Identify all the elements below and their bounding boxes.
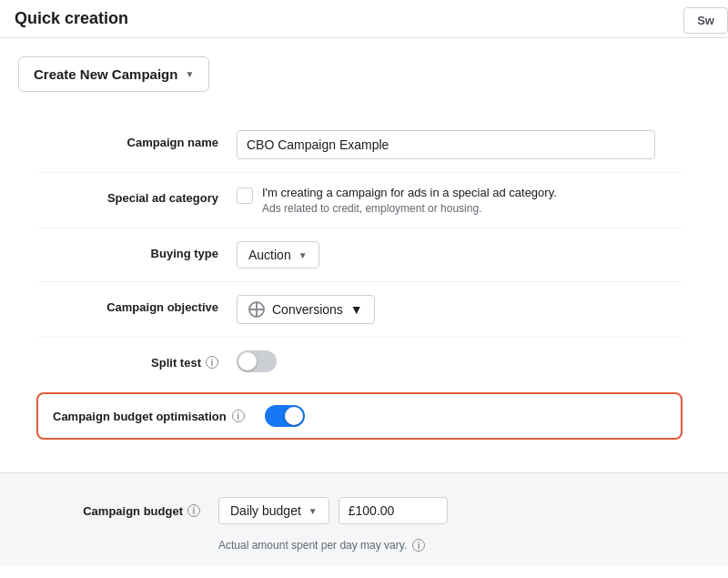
- create-campaign-arrow: ▼: [185, 69, 194, 79]
- campaign-budget-row: Campaign budget i Daily budget ▼: [18, 488, 710, 533]
- special-ad-checkbox[interactable]: [237, 188, 253, 204]
- campaign-objective-row: Campaign objective Conversions ▼: [36, 282, 682, 338]
- cbo-info-icon[interactable]: i: [232, 410, 245, 422]
- page-title: Quick creation: [15, 9, 128, 28]
- globe-icon: [248, 301, 265, 318]
- split-test-toggle-container: [237, 350, 277, 372]
- split-test-row: Split test i: [36, 338, 682, 385]
- buying-type-value: Auction: [248, 248, 291, 262]
- budget-type-dropdown[interactable]: Daily budget ▼: [218, 497, 329, 524]
- split-test-toggle[interactable]: [237, 350, 277, 372]
- campaign-objective-value: Conversions: [272, 302, 343, 317]
- campaign-name-row: Campaign name: [36, 117, 682, 173]
- budget-note-info-icon[interactable]: i: [412, 539, 425, 552]
- split-test-label: Split test i: [36, 350, 237, 370]
- campaign-name-control: [237, 130, 682, 159]
- budget-note-row: Actual amount spent per day may vary. i: [18, 533, 710, 552]
- split-test-info-icon[interactable]: i: [206, 356, 218, 369]
- budget-section: Campaign budget i Daily budget ▼ Actual …: [0, 472, 728, 566]
- campaign-objective-dropdown[interactable]: Conversions ▼: [237, 295, 375, 324]
- buying-type-arrow: ▼: [298, 250, 308, 260]
- header-bar: Quick creation Sw: [0, 0, 728, 38]
- special-ad-category-row: Special ad category I'm creating a campa…: [36, 173, 682, 228]
- form-section: Campaign name Special ad category I'm cr…: [18, 117, 701, 385]
- create-campaign-label: Create New Campaign: [34, 66, 177, 82]
- cbo-toggle[interactable]: [265, 405, 305, 427]
- switch-button[interactable]: Sw: [683, 7, 728, 34]
- split-test-thumb: [238, 352, 257, 370]
- cbo-label: Campaign budget optimisation i: [53, 410, 245, 423]
- split-test-control: [237, 350, 682, 372]
- cbo-toggle-container: [265, 405, 305, 427]
- buying-type-label: Buying type: [36, 241, 237, 260]
- campaign-objective-arrow: ▼: [350, 302, 363, 317]
- budget-type-arrow: ▼: [308, 506, 318, 516]
- special-ad-category-label: Special ad category: [36, 186, 237, 205]
- budget-controls: Daily budget ▼: [218, 497, 448, 524]
- budget-note-text: Actual amount spent per day may vary.: [218, 539, 407, 552]
- buying-type-control: Auction ▼: [237, 241, 682, 269]
- campaign-budget-label: Campaign budget i: [18, 504, 218, 518]
- campaign-name-input[interactable]: [237, 130, 655, 159]
- campaign-objective-label: Campaign objective: [36, 295, 237, 314]
- campaign-budget-info-icon[interactable]: i: [187, 504, 200, 517]
- create-campaign-button[interactable]: Create New Campaign ▼: [18, 56, 209, 92]
- special-ad-sub-text: Ads related to credit, employment or hou…: [262, 202, 557, 215]
- cbo-thumb: [285, 407, 303, 425]
- special-ad-checkbox-row: I'm creating a campaign for ads in a spe…: [237, 186, 557, 215]
- special-ad-main-text: I'm creating a campaign for ads in a spe…: [262, 186, 557, 199]
- budget-amount-input[interactable]: [339, 497, 448, 524]
- campaign-objective-control: Conversions ▼: [237, 295, 682, 324]
- campaign-name-label: Campaign name: [36, 130, 237, 149]
- special-ad-text: I'm creating a campaign for ads in a spe…: [262, 186, 557, 215]
- main-content: Create New Campaign ▼ Campaign name Spec…: [0, 38, 728, 472]
- cbo-label-text: Campaign budget optimisation: [53, 410, 227, 423]
- buying-type-row: Buying type Auction ▼: [36, 228, 682, 282]
- buying-type-dropdown[interactable]: Auction ▼: [237, 241, 319, 269]
- page-wrapper: Quick creation Sw Create New Campaign ▼ …: [0, 0, 728, 578]
- cbo-row: Campaign budget optimisation i: [36, 392, 682, 440]
- special-ad-category-control: I'm creating a campaign for ads in a spe…: [237, 186, 682, 215]
- budget-type-value: Daily budget: [230, 503, 301, 518]
